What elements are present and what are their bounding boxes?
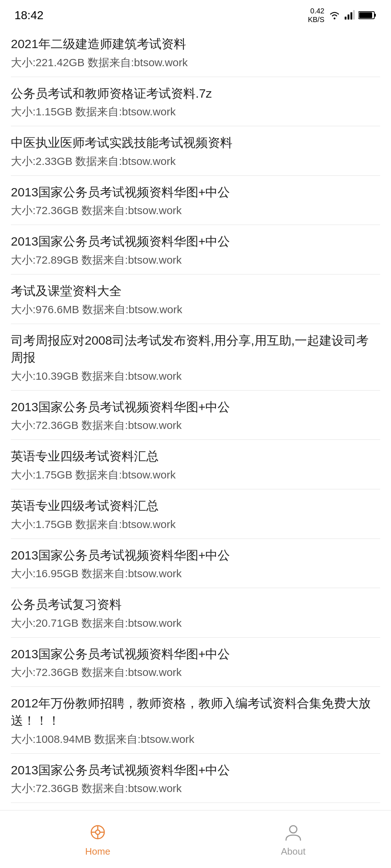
- list-container: 2021年二级建造师建筑考试资料大小:221.42GB 数据来自:btsow.w…: [0, 27, 391, 868]
- item-title: 2013国家公务员考试视频资料华图+中公: [11, 762, 380, 779]
- battery-icon: [358, 10, 377, 20]
- list-item[interactable]: 2012年万份教师招聘，教师资格，教师入编考试资料合集免费大放送！！！大小:10…: [11, 687, 380, 753]
- svg-rect-4: [353, 10, 355, 20]
- item-title: 中医执业医师考试实践技能考试视频资料: [11, 134, 380, 152]
- item-title: 2013国家公务员考试视频资料华图+中公: [11, 547, 380, 564]
- item-meta: 大小:10.39GB 数据来自:btsow.work: [11, 369, 380, 384]
- list-item[interactable]: 2013国家公务员考试视频资料华图+中公大小:72.89GB 数据来自:btso…: [11, 225, 380, 275]
- list-item[interactable]: 2021年二级建造师建筑考试资料大小:221.42GB 数据来自:btsow.w…: [11, 27, 380, 77]
- list-item[interactable]: 英语专业四级考试资料汇总大小:1.75GB 数据来自:btsow.work: [11, 440, 380, 489]
- item-meta: 大小:72.36GB 数据来自:btsow.work: [11, 665, 380, 680]
- item-title: 英语专业四级考试资料汇总: [11, 497, 380, 515]
- status-speed: 0.42KB/S: [308, 7, 324, 24]
- item-meta: 大小:20.71GB 数据来自:btsow.work: [11, 616, 380, 631]
- home-icon: [87, 821, 109, 843]
- svg-point-0: [334, 18, 336, 20]
- item-meta: 大小:72.36GB 数据来自:btsow.work: [11, 418, 380, 433]
- svg-rect-3: [350, 12, 352, 20]
- item-title: 司考周报应对2008司法考试发布资料,用分享,用互助,一起建设司考周报: [11, 332, 380, 366]
- bottom-nav: Home About: [0, 810, 391, 868]
- svg-point-9: [96, 830, 100, 834]
- list-item[interactable]: 2013国家公务员考试视频资料华图+中公大小:72.36GB 数据来自:btso…: [11, 638, 380, 687]
- item-meta: 大小:72.36GB 数据来自:btsow.work: [11, 781, 380, 796]
- status-time: 18:42: [14, 9, 43, 22]
- item-title: 英语专业四级考试资料汇总: [11, 448, 380, 465]
- list-item[interactable]: 司考周报应对2008司法考试发布资料,用分享,用互助,一起建设司考周报大小:10…: [11, 324, 380, 391]
- home-label: Home: [85, 846, 110, 857]
- item-title: 2013国家公务员考试视频资料华图+中公: [11, 184, 380, 201]
- svg-rect-6: [374, 14, 376, 17]
- list-item[interactable]: 公务员考试和教师资格证考试资料.7z大小:1.15GB 数据来自:btsow.w…: [11, 77, 380, 127]
- item-meta: 大小:976.6MB 数据来自:btsow.work: [11, 302, 380, 317]
- item-title: 2021年二级建造师建筑考试资料: [11, 35, 380, 53]
- list-item[interactable]: 中医执业医师考试实践技能考试视频资料大小:2.33GB 数据来自:btsow.w…: [11, 126, 380, 176]
- item-title: 2012年万份教师招聘，教师资格，教师入编考试资料合集免费大放送！！！: [11, 695, 380, 729]
- about-icon: [282, 821, 304, 843]
- item-meta: 大小:1.15GB 数据来自:btsow.work: [11, 104, 380, 119]
- list-item[interactable]: 考试及课堂资料大全大小:976.6MB 数据来自:btsow.work: [11, 275, 380, 324]
- item-meta: 大小:2.33GB 数据来自:btsow.work: [11, 154, 380, 169]
- signal-icon: [345, 10, 355, 20]
- item-title: 公务员考试复习资料: [11, 596, 380, 613]
- item-meta: 大小:72.36GB 数据来自:btsow.work: [11, 203, 380, 218]
- nav-about[interactable]: About: [257, 821, 329, 857]
- item-meta: 大小:221.42GB 数据来自:btsow.work: [11, 55, 380, 70]
- item-meta: 大小:1.75GB 数据来自:btsow.work: [11, 517, 380, 532]
- item-meta: 大小:1.75GB 数据来自:btsow.work: [11, 467, 380, 482]
- svg-rect-1: [345, 17, 346, 20]
- status-bar: 18:42 0.42KB/S: [0, 0, 391, 27]
- list-item[interactable]: 英语专业四级考试资料汇总大小:1.75GB 数据来自:btsow.work: [11, 489, 380, 539]
- status-icons: 0.42KB/S: [308, 7, 377, 24]
- wifi-icon: [328, 10, 341, 20]
- nav-home[interactable]: Home: [62, 821, 134, 857]
- list-item[interactable]: 2013国家公务员考试视频资料华图+中公大小:72.36GB 数据来自:btso…: [11, 754, 380, 803]
- item-meta: 大小:16.95GB 数据来自:btsow.work: [11, 566, 380, 581]
- list-item[interactable]: 2013国家公务员考试视频资料华图+中公大小:16.95GB 数据来自:btso…: [11, 539, 380, 588]
- list-item[interactable]: 2013国家公务员考试视频资料华图+中公大小:72.36GB 数据来自:btso…: [11, 176, 380, 225]
- item-meta: 大小:1008.94MB 数据来自:btsow.work: [11, 732, 380, 747]
- item-meta: 大小:72.89GB 数据来自:btsow.work: [11, 252, 380, 268]
- item-title: 考试及课堂资料大全: [11, 282, 380, 300]
- about-label: About: [281, 846, 306, 857]
- item-title: 公务员考试和教师资格证考试资料.7z: [11, 85, 380, 102]
- svg-point-14: [290, 826, 297, 833]
- item-title: 2013国家公务员考试视频资料华图+中公: [11, 399, 380, 416]
- svg-rect-2: [348, 14, 349, 20]
- svg-rect-7: [359, 12, 372, 18]
- item-title: 2013国家公务员考试视频资料华图+中公: [11, 233, 380, 250]
- list-item[interactable]: 2013国家公务员考试视频资料华图+中公大小:72.36GB 数据来自:btso…: [11, 391, 380, 440]
- item-title: 2013国家公务员考试视频资料华图+中公: [11, 646, 380, 663]
- list-item[interactable]: 公务员考试复习资料大小:20.71GB 数据来自:btsow.work: [11, 588, 380, 638]
